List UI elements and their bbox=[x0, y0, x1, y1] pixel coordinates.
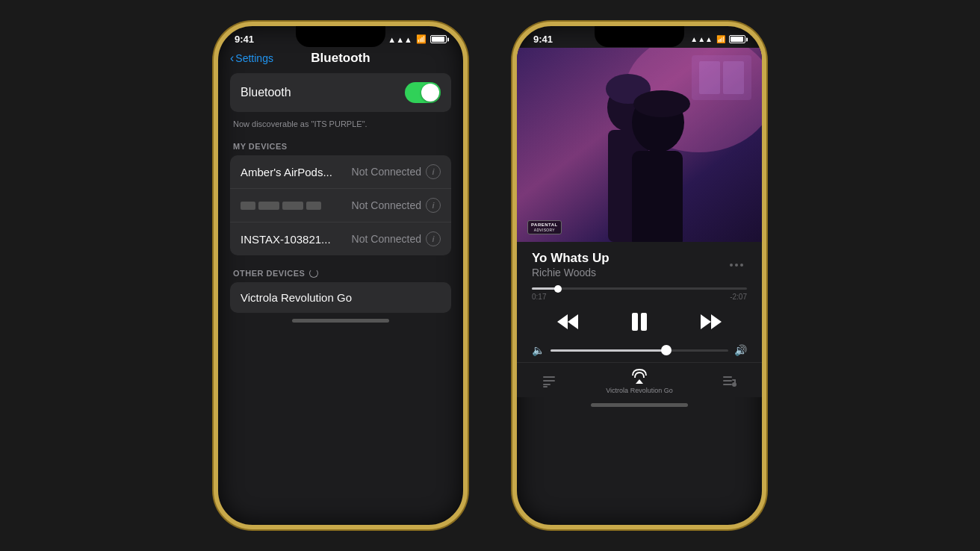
bluetooth-toggle[interactable] bbox=[405, 82, 441, 103]
svg-rect-9 bbox=[699, 61, 720, 94]
rewind-button[interactable] bbox=[556, 311, 580, 332]
current-time: 0:17 bbox=[532, 293, 546, 301]
svg-point-7 bbox=[633, 90, 690, 117]
svg-rect-20 bbox=[543, 386, 548, 387]
volume-bar[interactable] bbox=[551, 349, 728, 352]
device-name-victrola: Victrola Revolution Go bbox=[241, 291, 441, 304]
my-devices-section-label: MY DEVICES bbox=[230, 137, 451, 155]
volume-area: 🔈 🔊 bbox=[517, 341, 762, 362]
svg-rect-27 bbox=[732, 379, 736, 381]
status-time-right: 9:41 bbox=[533, 34, 553, 45]
advisory-badge: PARENTAL ADVISORY bbox=[527, 220, 562, 234]
device-row-airpods[interactable]: Amber's AirPods... Not Connected i bbox=[230, 155, 451, 189]
phone-bluetooth: 9:41 ▲▲▲ 📶 ‹ Settings Bluetooth Bluetoot… bbox=[214, 22, 468, 529]
phone-music: 9:41 ▲▲▲ 📶 bbox=[512, 22, 766, 529]
volume-knob[interactable] bbox=[661, 345, 672, 355]
song-title: Yo Whats Up bbox=[532, 251, 610, 266]
device-name-redacted bbox=[241, 202, 352, 210]
status-icons-right: ▲▲▲ 📶 bbox=[690, 35, 745, 43]
status-bar-right: 9:41 ▲▲▲ 📶 bbox=[517, 26, 762, 48]
fast-forward-button[interactable] bbox=[699, 311, 723, 332]
info-button-airpods[interactable]: i bbox=[426, 164, 441, 179]
music-info-area: Yo Whats Up Richie Woods bbox=[517, 242, 762, 283]
svg-marker-12 bbox=[568, 314, 578, 329]
device-status-redacted: Not Connected bbox=[352, 199, 421, 211]
advisory-line2: ADVISORY bbox=[531, 228, 558, 232]
notch bbox=[296, 26, 385, 47]
signal-icon-right: ▲▲▲ bbox=[690, 35, 713, 43]
other-devices-section-label: OTHER DEVICES bbox=[230, 264, 451, 282]
airplay-label: Victrola Revolution Go bbox=[606, 387, 672, 394]
song-artist: Richie Woods bbox=[532, 267, 610, 278]
song-info-row: Yo Whats Up Richie Woods bbox=[532, 251, 747, 278]
back-button[interactable]: ‹ Settings bbox=[230, 52, 273, 65]
music-bottom-bar: Victrola Revolution Go bbox=[517, 362, 762, 397]
signal-icon: ▲▲▲ bbox=[388, 35, 412, 44]
more-options-button[interactable] bbox=[726, 255, 747, 276]
svg-marker-16 bbox=[711, 314, 722, 329]
svg-rect-18 bbox=[543, 380, 555, 382]
bluetooth-toggle-row: Bluetooth bbox=[230, 73, 451, 112]
page-title: Bluetooth bbox=[311, 51, 370, 66]
svg-rect-24 bbox=[723, 384, 732, 385]
status-bar-left: 9:41 ▲▲▲ 📶 bbox=[218, 26, 463, 48]
device-name-airpods: Amber's AirPods... bbox=[241, 166, 352, 178]
time-row: 0:17 -2:07 bbox=[532, 293, 747, 301]
svg-marker-21 bbox=[636, 379, 643, 384]
info-button-instax[interactable]: i bbox=[426, 231, 441, 246]
device-row-instax[interactable]: INSTAX-103821... Not Connected i bbox=[230, 222, 451, 255]
status-time-left: 9:41 bbox=[235, 34, 254, 45]
pause-button[interactable] bbox=[627, 310, 651, 334]
device-row-redacted[interactable]: Not Connected i bbox=[230, 189, 451, 222]
svg-rect-13 bbox=[632, 313, 638, 331]
volume-high-icon: 🔊 bbox=[734, 344, 747, 356]
svg-marker-11 bbox=[557, 314, 568, 329]
svg-rect-17 bbox=[543, 376, 555, 378]
bluetooth-label: Bluetooth bbox=[241, 86, 291, 99]
device-status-instax: Not Connected bbox=[352, 233, 421, 245]
my-devices-list: Amber's AirPods... Not Connected i Not C… bbox=[230, 155, 451, 255]
device-status-airpods: Not Connected bbox=[352, 166, 421, 178]
device-name-instax: INSTAX-103821... bbox=[241, 233, 352, 246]
volume-fill bbox=[551, 349, 666, 352]
status-icons-left: ▲▲▲ 📶 bbox=[388, 34, 447, 44]
svg-rect-23 bbox=[723, 380, 732, 382]
bluetooth-header: ‹ Settings Bluetooth bbox=[218, 48, 463, 73]
remaining-time: -2:07 bbox=[730, 293, 747, 301]
progress-knob[interactable] bbox=[554, 285, 562, 293]
playback-controls bbox=[517, 302, 762, 341]
svg-rect-5 bbox=[632, 151, 683, 242]
progress-area: 0:17 -2:07 bbox=[517, 283, 762, 302]
battery-icon bbox=[430, 35, 447, 43]
scanning-spinner bbox=[309, 269, 318, 278]
battery-icon-right bbox=[729, 35, 745, 43]
svg-rect-22 bbox=[723, 376, 732, 378]
song-details: Yo Whats Up Richie Woods bbox=[532, 251, 610, 278]
advisory-line1: PARENTAL bbox=[531, 222, 558, 228]
toggle-knob bbox=[421, 84, 439, 102]
airplay-button[interactable]: Victrola Revolution Go bbox=[606, 369, 672, 394]
more-dots-icon bbox=[730, 264, 743, 267]
bluetooth-content: Bluetooth Now discoverable as "ITS PURPL… bbox=[218, 73, 463, 313]
back-label: Settings bbox=[235, 52, 273, 64]
progress-bar[interactable] bbox=[532, 287, 747, 290]
svg-marker-15 bbox=[701, 314, 711, 329]
album-art: PARENTAL ADVISORY bbox=[517, 48, 762, 242]
svg-rect-14 bbox=[641, 313, 647, 331]
other-devices-list: Victrola Revolution Go bbox=[230, 282, 451, 313]
back-arrow-icon: ‹ bbox=[230, 52, 234, 65]
notch-right bbox=[595, 26, 684, 47]
svg-rect-19 bbox=[543, 384, 551, 385]
info-button-redacted[interactable]: i bbox=[426, 198, 441, 213]
device-row-victrola[interactable]: Victrola Revolution Go bbox=[230, 282, 451, 313]
wifi-icon: 📶 bbox=[416, 34, 427, 44]
album-art-background: PARENTAL ADVISORY bbox=[517, 48, 762, 242]
home-indicator-left bbox=[292, 319, 389, 323]
discoverable-text: Now discoverable as "ITS PURPLE". bbox=[230, 116, 451, 137]
lyrics-button[interactable] bbox=[541, 373, 557, 390]
svg-rect-10 bbox=[723, 61, 744, 94]
wifi-icon-right: 📶 bbox=[716, 35, 725, 43]
volume-low-icon: 🔈 bbox=[532, 344, 545, 356]
home-indicator-right bbox=[591, 403, 688, 407]
queue-button[interactable] bbox=[722, 373, 738, 390]
